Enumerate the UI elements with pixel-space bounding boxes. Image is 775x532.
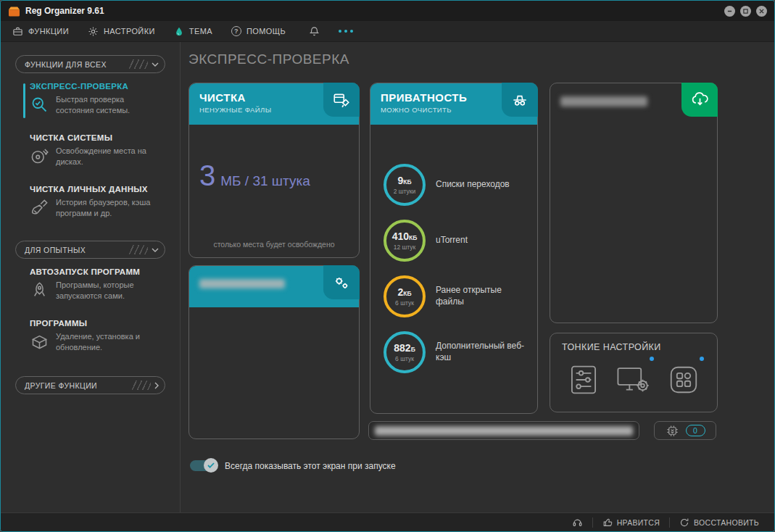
blurred-title (199, 279, 285, 288)
fine-settings-card[interactable]: ТОНКИЕ НАСТРОЙКИ (550, 333, 718, 412)
like-button[interactable]: НРАВИТСЯ (593, 518, 669, 528)
nav-title: ЭКСПРЕСС-ПРОВЕРКА (30, 82, 174, 91)
cleaning-card[interactable]: ЧИСТКА НЕНУЖНЫЕ ФАЙЛЫ 3 МБ / 31 штука ст… (188, 83, 360, 258)
nav-title: ПРОГРАММЫ (30, 319, 174, 328)
support-button[interactable] (563, 517, 592, 528)
updates-card[interactable] (550, 83, 718, 323)
gears-badge-icon[interactable] (323, 265, 360, 299)
chip-icon (666, 424, 679, 438)
nav-desc: История браузеров, кэша программ и др. (56, 197, 161, 220)
magnifier-check-icon (30, 94, 56, 117)
show-on-startup-label: Всегда показывать этот экран при запуске (225, 461, 396, 471)
close-button[interactable] (756, 6, 767, 17)
stat-ring: 410КБ 12 штук (384, 220, 426, 262)
sidebar-item-programs[interactable]: ПРОГРАММЫ Удаление, установка и обновлен… (30, 319, 174, 354)
cleaning-value: 3 МБ / 31 штука (199, 159, 310, 192)
show-on-startup-toggle[interactable] (190, 460, 217, 471)
driver-updates-button[interactable]: 0 (654, 421, 716, 440)
progress-bar (368, 421, 639, 440)
sidebar-group-advanced[interactable]: ДЛЯ ОПЫТНЫХ (15, 241, 165, 259)
stat-ring: 2КБ 6 штук (384, 275, 426, 317)
other-functions-label: ДРУГИЕ ФУНКЦИИ (25, 381, 97, 390)
show-on-startup-row: Всегда показывать этот экран при запуске (190, 460, 396, 471)
privacy-stat-row: 9КБ 2 штуки Списки переходов (384, 164, 524, 206)
sidebar-other-functions-button[interactable]: ДРУГИЕ ФУНКЦИИ (15, 376, 165, 394)
window-title: Reg Organizer 9.61 (25, 6, 104, 16)
menu-help-label: ПОМОЩЬ (246, 27, 286, 36)
cleaning-badge-icon[interactable] (323, 83, 360, 117)
sidebar-item-startup-programs[interactable]: АВТОЗАПУСК ПРОГРАММ Программы, которые з… (30, 267, 174, 303)
sidebar-item-system-cleanup[interactable]: ЧИСТКА СИСТЕМЫ Освобождение места на дис… (30, 133, 174, 169)
nav-title: АВТОЗАПУСК ПРОГРАММ (30, 267, 174, 276)
sliders-icon[interactable] (565, 361, 602, 399)
menu-help[interactable]: ? ПОМОЩЬ (231, 26, 286, 36)
theme-droplet-icon (174, 26, 184, 37)
notification-dot (700, 357, 704, 361)
titlebar: Reg Organizer 9.61 (1, 1, 774, 21)
help-icon: ? (231, 26, 241, 36)
stat-count: 2 штуки (394, 188, 416, 195)
sidebar-group-functions-for-all[interactable]: ФУНКЦИИ ДЛЯ ВСЕХ (15, 55, 165, 73)
privacy-card-header: ПРИВАТНОСТЬ МОЖНО ОЧИСТИТЬ (370, 83, 537, 125)
blurred-card-header (189, 266, 359, 307)
brush-icon (30, 197, 56, 220)
menu-theme-label: ТЕМА (189, 27, 212, 36)
like-label: НРАВИТСЯ (617, 518, 660, 527)
more-menu[interactable] (336, 27, 356, 36)
fine-settings-title: ТОНКИЕ НАСТРОЙКИ (562, 342, 705, 352)
menu-theme[interactable]: ТЕМА (174, 26, 212, 37)
active-indicator (23, 83, 25, 118)
nav-title: ЧИСТКА ЛИЧНЫХ ДАННЫХ (30, 185, 174, 194)
cloud-download-badge-icon[interactable] (681, 83, 718, 117)
nav-desc: Программы, которые запускаются сами. (56, 280, 161, 303)
disk-clean-icon (30, 146, 56, 169)
group-header-label: ФУНКЦИИ ДЛЯ ВСЕХ (25, 60, 107, 69)
nav-title: ЧИСТКА СИСТЕМЫ (30, 133, 174, 142)
stat-ring: 882Б 6 штук (384, 331, 426, 373)
privacy-stat-row: 882Б 6 штук Дополнительный веб-кэш (384, 331, 524, 373)
menu-settings[interactable]: НАСТРОЙКИ (88, 26, 155, 37)
privacy-stat-row: 410КБ 12 штук uTorrent (384, 220, 524, 262)
app-window: Reg Organizer 9.61 ФУНКЦИИ НАСТРОЙКИ (0, 0, 775, 532)
privacy-card[interactable]: ПРИВАТНОСТЬ МОЖНО ОЧИСТИТЬ 9КБ 2 штуки С… (370, 83, 538, 414)
menu-functions-label: ФУНКЦИИ (28, 27, 69, 36)
restore-button[interactable]: ВОССТАНОВИТЬ (670, 518, 768, 528)
stat-count: 6 штук (395, 299, 414, 307)
sidebar: ФУНКЦИИ ДЛЯ ВСЕХ ЭКСПРЕСС-ПРОВЕРКА Быстр… (1, 42, 181, 512)
restore-label: ВОССТАНОВИТЬ (694, 518, 759, 527)
app-logo-icon (8, 6, 20, 17)
stat-label: Ранее открытые файлы (436, 285, 524, 307)
hatch-decoration (132, 381, 151, 390)
nav-desc: Освобождение места на дисках. (56, 146, 161, 169)
notifications-bell-icon[interactable] (309, 26, 320, 37)
menu-functions[interactable]: ФУНКЦИИ (12, 26, 69, 37)
notification-dot (650, 357, 654, 361)
gear-icon (88, 26, 99, 37)
display-settings-icon[interactable] (615, 361, 652, 399)
maximize-button[interactable] (740, 6, 751, 17)
stat-label: uTorrent (436, 235, 468, 246)
cleaning-value-number: 3 (199, 159, 215, 192)
privacy-badge-icon[interactable] (502, 83, 538, 117)
blurred-title (560, 96, 647, 107)
chevron-down-icon (152, 248, 159, 252)
cleaning-card-header: ЧИСТКА НЕНУЖНЫЕ ФАЙЛЫ (189, 83, 359, 125)
stat-ring: 9КБ 2 штуки (384, 164, 426, 206)
stat-count: 12 штук (394, 244, 416, 251)
sidebar-item-express-check[interactable]: ЭКСПРЕСС-ПРОВЕРКА Быстрая проверка состо… (30, 82, 174, 117)
briefcase-icon (12, 26, 23, 37)
nav-desc: Удаление, установка и обновление. (56, 331, 161, 354)
apps-grid-icon[interactable] (665, 361, 703, 399)
hatch-decoration (129, 245, 148, 254)
privacy-stat-row: 2КБ 6 штук Ранее открытые файлы (384, 275, 524, 317)
statusbar: НРАВИТСЯ ВОССТАНОВИТЬ (1, 512, 774, 531)
blurred-progress-text (375, 426, 633, 436)
stat-label: Списки переходов (436, 179, 510, 191)
blurred-card[interactable] (188, 265, 360, 439)
cleaning-value-unit: МБ / 31 штука (220, 173, 310, 189)
package-box-icon (30, 331, 56, 354)
hatch-decoration (129, 59, 148, 69)
updates-count-badge: 0 (686, 425, 705, 436)
minimize-button[interactable] (724, 6, 735, 17)
sidebar-item-private-data-cleanup[interactable]: ЧИСТКА ЛИЧНЫХ ДАННЫХ История браузеров, … (30, 185, 174, 220)
